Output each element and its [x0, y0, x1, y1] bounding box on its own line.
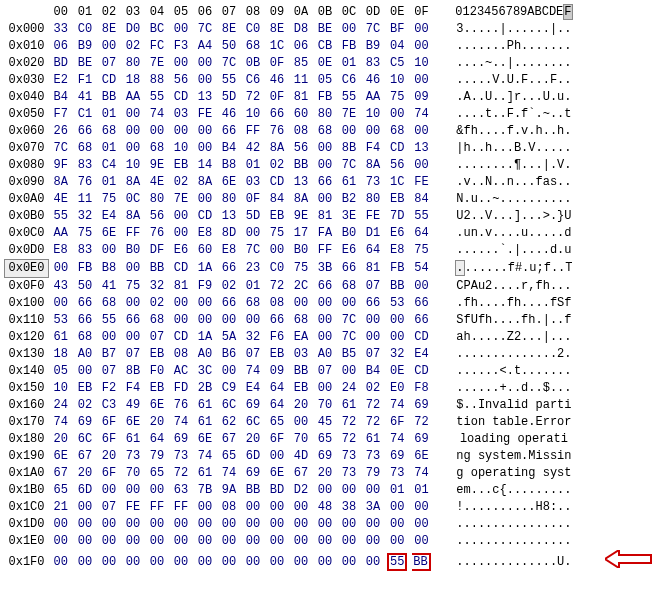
hex-byte: 8A [49, 174, 74, 191]
hex-byte: 74 [385, 431, 409, 448]
offset-cell: 0x060 [5, 123, 49, 140]
hex-byte: 00 [49, 550, 74, 574]
hex-row: 0x1F0000000000000000000000000000055BB...… [5, 550, 664, 574]
ascii-cell: ......+..d..$... [433, 380, 594, 397]
offset-cell: 0x020 [5, 55, 49, 72]
hex-byte: C3 [97, 397, 121, 414]
hex-byte: 00 [193, 550, 217, 574]
hex-byte: EB [145, 380, 169, 397]
offset-cell: 0x090 [5, 174, 49, 191]
hex-byte: 66 [73, 295, 97, 312]
hex-row: 0x1E000000000000000000000000000000000...… [5, 533, 664, 550]
hex-byte: AA [121, 89, 145, 106]
hex-body: 0x00033C08ED0BC007C8EC08ED8BE007CBF003..… [5, 21, 664, 574]
hex-byte: F1 [73, 72, 97, 89]
hex-byte: 20 [145, 414, 169, 431]
ascii-cell: .un.v....u.....d [433, 225, 594, 242]
hex-byte: 11 [289, 72, 313, 89]
offset-cell: 0x120 [5, 329, 49, 346]
hex-byte: 55 [97, 312, 121, 329]
hex-byte: 00 [193, 533, 217, 550]
ascii-cell: tion table.Error [433, 414, 594, 431]
hex-byte: 65 [49, 482, 74, 499]
hex-byte: B0 [121, 242, 145, 260]
hex-byte: 6F [97, 431, 121, 448]
hex-byte: 85 [289, 55, 313, 72]
hex-byte: 72 [337, 414, 361, 431]
hex-byte: 4E [145, 174, 169, 191]
arrow-cell [594, 346, 663, 363]
hex-byte: 74 [145, 106, 169, 123]
hex-byte: 07 [121, 346, 145, 363]
hex-byte: C9 [217, 380, 241, 397]
hex-row: 0x1A067206F7065726174696E672073797374g o… [5, 465, 664, 482]
col-header: 0E [385, 4, 409, 21]
hex-byte: B8 [217, 157, 241, 174]
hex-byte: 00 [337, 21, 361, 38]
hex-byte: CD [409, 329, 433, 346]
arrow-cell [594, 278, 663, 296]
hex-byte: 00 [313, 312, 337, 329]
hex-byte: FA [313, 225, 337, 242]
hex-byte: BC [145, 21, 169, 38]
hex-byte: 56 [385, 157, 409, 174]
hex-row: 0x1400500078BF0AC3C007409BB0700B40ECD...… [5, 363, 664, 380]
hex-byte: 00 [385, 499, 409, 516]
svg-marker-0 [605, 550, 651, 568]
hex-byte: 00 [313, 533, 337, 550]
hex-byte: 20 [241, 431, 265, 448]
hex-byte: BB [289, 363, 313, 380]
hex-byte: 7C [337, 329, 361, 346]
offset-cell: 0x1D0 [5, 516, 49, 533]
hex-byte: 66 [313, 278, 337, 296]
hex-byte: 6E [49, 448, 74, 465]
hex-byte: C1 [73, 106, 97, 123]
hex-byte: 66 [73, 123, 97, 140]
hex-byte: 72 [169, 465, 193, 482]
arrow-cell [594, 414, 663, 431]
ascii-cell: ................ [433, 533, 594, 550]
hex-row: 0x10000666800020000666808000000665366.fh… [5, 295, 664, 312]
hex-byte: 00 [385, 516, 409, 533]
arrow-cell [594, 191, 663, 208]
ascii-cell: .......f#.u;f..T [433, 260, 594, 278]
hex-byte: CD [385, 140, 409, 157]
hex-byte: 42 [241, 140, 265, 157]
hex-byte: 80 [121, 55, 145, 72]
hex-byte: 00 [193, 295, 217, 312]
hex-byte: FC [145, 38, 169, 55]
hex-row: 0x020BDBE07807E00007C0B0F850E0183C510...… [5, 55, 664, 72]
hex-byte: 43 [49, 278, 74, 296]
hex-row: 0x1D000000000000000000000000000000000...… [5, 516, 664, 533]
hex-byte: 00 [265, 516, 289, 533]
hex-byte: B7 [97, 346, 121, 363]
hex-byte: 72 [241, 89, 265, 106]
hex-byte: A0 [313, 346, 337, 363]
hex-byte: 08 [265, 295, 289, 312]
hex-byte: F7 [49, 106, 74, 123]
hex-byte: 72 [337, 431, 361, 448]
hex-byte: 65 [217, 448, 241, 465]
hex-byte: 00 [169, 516, 193, 533]
hex-byte: 00 [265, 499, 289, 516]
hex-byte: 7C [241, 242, 265, 260]
arrow-cell [594, 380, 663, 397]
hex-byte: 61 [193, 397, 217, 414]
ascii-cell: |h..h...B.V..... [433, 140, 594, 157]
hex-byte: 03 [241, 174, 265, 191]
hex-byte: 70 [121, 465, 145, 482]
hex-byte: BE [313, 21, 337, 38]
hex-byte: A0 [193, 346, 217, 363]
hex-byte: FE [193, 106, 217, 123]
arrow-cell [594, 208, 663, 225]
hex-byte: 07 [97, 499, 121, 516]
hex-byte: 69 [169, 431, 193, 448]
hex-byte: 50 [217, 38, 241, 55]
hex-byte: 00 [73, 550, 97, 574]
arrow-cell [594, 21, 663, 38]
ascii-header: 0123456789ABCDEF [433, 4, 594, 21]
hex-byte: 74 [193, 448, 217, 465]
hex-byte: 68 [313, 123, 337, 140]
hex-byte: 00 [409, 38, 433, 55]
hex-byte: 09 [265, 363, 289, 380]
